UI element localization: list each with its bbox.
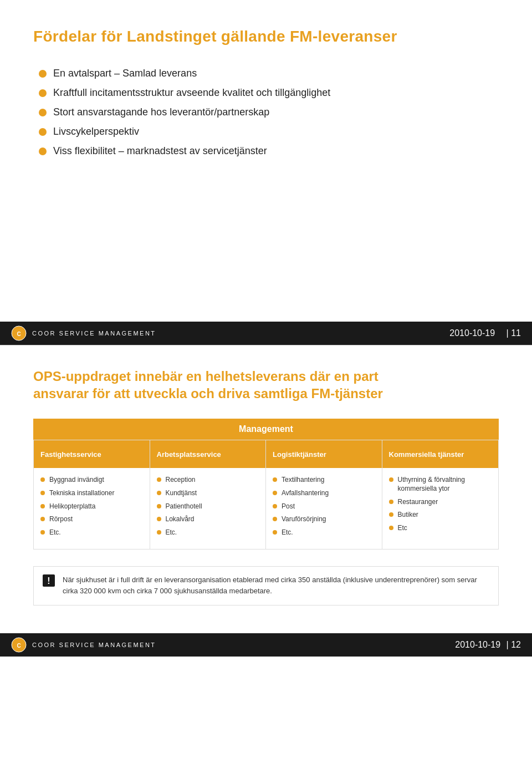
svg-text:!: ! <box>47 576 50 586</box>
bullet-dot <box>39 89 47 97</box>
list-item: Uthyrning & förvaltning kommersiella yto… <box>389 476 492 493</box>
service-col-fastighetsservice: Fastighetsservice Byggnad invändigt Tekn… <box>34 440 150 549</box>
list-item: Reception <box>157 476 259 485</box>
list-item: Lokalvård <box>157 515 259 524</box>
col1-list: Byggnad invändigt Tekniska installatione… <box>40 476 143 537</box>
s-dot <box>40 530 45 535</box>
list-item: Etc <box>389 524 492 533</box>
col2-body: Reception Kundtjänst Patienthotell Lokal… <box>150 468 266 549</box>
coor-logo-icon: C <box>11 325 27 341</box>
s-dot <box>157 491 161 495</box>
bullet-text-1: En avtalspart – Samlad leverans <box>53 68 197 79</box>
svg-text:C: C <box>17 643 21 649</box>
col3-header: Logistiktjänster <box>266 440 382 468</box>
bullet-item-3: Stort ansvarstagande hos leverantör/part… <box>39 106 499 118</box>
s-dot <box>273 477 277 482</box>
logo-area-2: C COOR SERVICE MANAGEMENT <box>11 637 156 653</box>
col4-list: Uthyrning & förvaltning kommersiella yto… <box>389 476 492 532</box>
list-item: Kundtjänst <box>157 489 259 498</box>
exclamation-icon: ! <box>43 574 55 587</box>
list-item: Etc. <box>273 528 375 537</box>
bullet-text-4: Livscykelperspektiv <box>53 126 139 138</box>
list-item: Etc. <box>157 528 259 537</box>
s-dot <box>40 517 45 521</box>
bullet-dot <box>39 147 47 155</box>
slide2-footer: C COOR SERVICE MANAGEMENT 2010-10-19 | 1… <box>0 633 532 657</box>
slide-2: OPS-uppdraget innebär en helhetsleverans… <box>0 345 532 633</box>
col1-body: Byggnad invändigt Tekniska installatione… <box>34 468 150 549</box>
list-item: Rörpost <box>40 515 143 524</box>
s-dot <box>157 477 161 482</box>
slide-1: Fördelar för Landstinget gällande FM-lev… <box>0 0 532 322</box>
s-dot <box>389 477 393 482</box>
logo-area: C COOR SERVICE MANAGEMENT <box>11 325 156 341</box>
slide1-title: Fördelar för Landstinget gällande FM-lev… <box>33 28 499 45</box>
bullet-text-3: Stort ansvarstagande hos leverantör/part… <box>53 106 269 118</box>
slide2-number: | 12 <box>507 640 521 649</box>
slide1-slide-info: 2010-10-19 | 11 <box>449 328 521 338</box>
s-dot <box>40 491 45 495</box>
list-item: Butiker <box>389 511 492 520</box>
service-col-arbetsplatsservice: Arbetsplatsservice Reception Kundtjänst … <box>150 440 267 549</box>
list-item: Etc. <box>40 528 143 537</box>
list-item: Byggnad invändigt <box>40 476 143 485</box>
slide1-footer: C COOR SERVICE MANAGEMENT 2010-10-19 | 1… <box>0 322 532 345</box>
bullet-item-2: Kraftfull incitamentsstruktur avseende k… <box>39 87 499 99</box>
col4-header: Kommersiella tjänster <box>382 440 499 468</box>
service-grid: Fastighetsservice Byggnad invändigt Tekn… <box>33 440 499 550</box>
svg-text:C: C <box>17 331 21 337</box>
note-text: När sjukhuset är i full drift är en leve… <box>63 574 489 597</box>
bullet-dot <box>39 109 47 116</box>
management-bar: Management <box>33 419 499 440</box>
list-item: Helikopterplatta <box>40 502 143 511</box>
s-dot <box>389 512 393 517</box>
list-item: Post <box>273 502 375 511</box>
s-dot <box>273 504 277 508</box>
coor-logo-icon-2: C <box>11 637 27 653</box>
col2-header: Arbetsplatsservice <box>150 440 266 468</box>
slide2-date: 2010-10-19 <box>455 640 500 649</box>
s-dot <box>273 491 277 495</box>
col2-list: Reception Kundtjänst Patienthotell Lokal… <box>157 476 259 537</box>
slide2-title: OPS-uppdraget innebär en helhetsleverans… <box>33 368 421 402</box>
slide1-date: 2010-10-19 <box>449 328 495 338</box>
bullet-dot <box>39 128 47 136</box>
col3-list: Textilhantering Avfallshantering Post Va… <box>273 476 375 537</box>
slide2-brand: COOR SERVICE MANAGEMENT <box>32 642 156 648</box>
s-dot <box>389 500 393 504</box>
list-item: Varuförsörjning <box>273 515 375 524</box>
list-item: Restauranger <box>389 498 492 507</box>
bullet-item-1: En avtalspart – Samlad leverans <box>39 68 499 79</box>
list-item: Avfallshantering <box>273 489 375 498</box>
service-col-logistik: Logistiktjänster Textilhantering Avfalls… <box>266 440 382 549</box>
col4-body: Uthyrning & förvaltning kommersiella yto… <box>382 468 499 545</box>
s-dot <box>157 517 161 521</box>
slide1-number: | 11 <box>507 328 521 338</box>
note-area: ! När sjukhuset är i full drift är en le… <box>33 566 499 605</box>
s-dot <box>157 504 161 508</box>
col3-body: Textilhantering Avfallshantering Post Va… <box>266 468 382 549</box>
col1-header: Fastighetsservice <box>34 440 150 468</box>
slide2-slide-info: 2010-10-19 | 12 <box>455 640 521 650</box>
s-dot <box>273 517 277 521</box>
s-dot <box>40 504 45 508</box>
s-dot <box>40 477 45 482</box>
list-item: Tekniska installationer <box>40 489 143 498</box>
s-dot <box>389 526 393 530</box>
bullet-text-2: Kraftfull incitamentsstruktur avseende k… <box>53 87 330 99</box>
list-item: Textilhantering <box>273 476 375 485</box>
bullet-item-4: Livscykelperspektiv <box>39 126 499 138</box>
bullet-item-5: Viss flexibilitet – marknadstest av serv… <box>39 145 499 157</box>
s-dot <box>157 530 161 535</box>
bullet-list: En avtalspart – Samlad leverans Kraftful… <box>39 68 499 157</box>
bullet-text-5: Viss flexibilitet – marknadstest av serv… <box>53 145 267 157</box>
s-dot <box>273 530 277 535</box>
service-col-kommersiella: Kommersiella tjänster Uthyrning & förval… <box>382 440 499 549</box>
bullet-dot <box>39 70 47 78</box>
slide1-brand: COOR SERVICE MANAGEMENT <box>32 330 156 337</box>
list-item: Patienthotell <box>157 502 259 511</box>
